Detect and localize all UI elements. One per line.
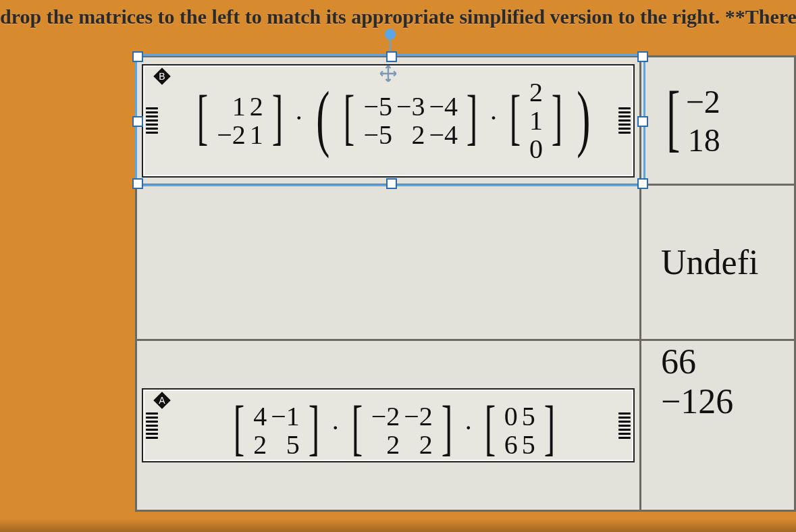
answer-2: Undefi — [642, 242, 793, 282]
drop-cell-1[interactable]: B [ 1−2 21 ] · ( [ −5 — [136, 57, 641, 185]
work-area: B [ 1−2 21 ] · ( [ −5 — [135, 55, 796, 512]
instruction-text: drop the matrices to the left to match i… — [0, 0, 796, 36]
svg-text:B: B — [159, 70, 165, 81]
rotate-stem — [390, 40, 391, 52]
matching-grid: B [ 1−2 21 ] · ( [ −5 — [135, 55, 796, 512]
tile-a[interactable]: A [ 42 −15 ] · [ −22 −22 ] · — [142, 388, 635, 462]
answer-cell-2: Undefi — [641, 185, 795, 340]
answer-3: 66 −126 — [642, 342, 793, 509]
expression-b: [ 1−2 21 ] · ( [ −5−5 −32 −4−4 ] · — [192, 79, 595, 163]
bottom-fade — [0, 518, 796, 532]
badge-b: B — [153, 67, 171, 86]
grip-right[interactable] — [618, 390, 631, 461]
grip-right[interactable] — [618, 65, 631, 176]
page-root: drop the matrices to the left to match i… — [0, 0, 796, 532]
answer-cell-3: 66 −126 — [641, 340, 795, 511]
drop-cell-2[interactable] — [136, 185, 641, 340]
badge-a: A — [153, 391, 171, 410]
expression-a: [ 42 −15 ] · [ −22 −22 ] · [ 06 — [229, 403, 560, 458]
answer-cell-1: [ −218 — [641, 57, 795, 185]
move-icon[interactable] — [379, 64, 398, 83]
tile-b[interactable]: B [ 1−2 21 ] · ( [ −5 — [142, 64, 635, 178]
svg-text:A: A — [159, 395, 165, 406]
drop-cell-3[interactable]: A [ 42 −15 ] · [ −22 −22 ] · — [136, 340, 641, 511]
answer-1: [ −218 — [642, 58, 793, 183]
